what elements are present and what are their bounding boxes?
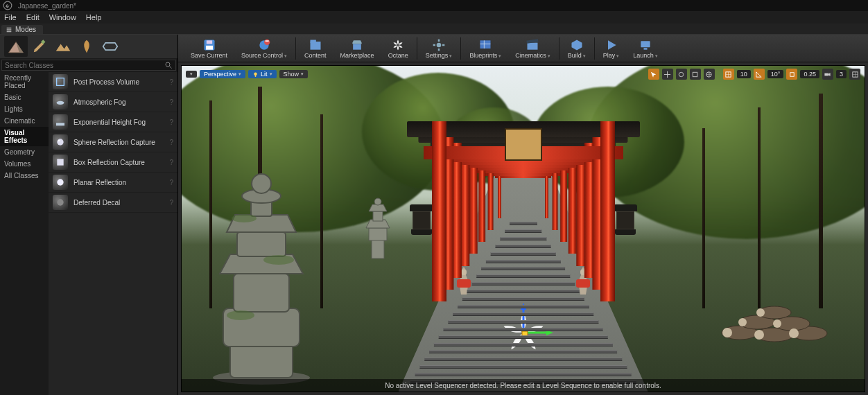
snap-grid-value[interactable]: 10 (737, 70, 751, 78)
toolbar-source-control[interactable]: Source Control▾ (234, 35, 294, 62)
toolbar-content[interactable]: Content (297, 35, 333, 62)
toolbar-cinematics[interactable]: Cinematics▾ (508, 35, 557, 62)
stone-lantern (202, 135, 320, 385)
toolbar-marketplace[interactable]: Marketplace (333, 35, 381, 62)
mode-place-button[interactable] (4, 36, 28, 57)
svg-point-14 (57, 199, 63, 205)
cat-recently-placed[interactable]: Recently Placed (0, 72, 49, 91)
transform-mode-rotate[interactable] (676, 69, 687, 80)
toolbar-build[interactable]: Build▾ (561, 35, 593, 62)
search-classes-input[interactable] (5, 62, 164, 69)
viewport-maximize[interactable] (849, 69, 860, 80)
toolbar-octane[interactable]: Octane (381, 35, 415, 62)
viewport[interactable]: [] (181, 65, 865, 392)
snap-scale-toggle[interactable] (786, 69, 797, 80)
asset-thumb-icon (53, 195, 68, 210)
snap-angle-toggle[interactable] (754, 69, 765, 80)
viewport-lit-menu[interactable]: Lit▾ (248, 70, 277, 78)
menu-window[interactable]: Window (49, 13, 76, 21)
coord-space-toggle[interactable] (704, 69, 715, 80)
svg-point-65 (773, 319, 781, 328)
svg-point-19 (264, 39, 270, 44)
scene-render: [] (182, 66, 865, 392)
toolbar-label: Cinematics▾ (515, 52, 550, 59)
settings-icon (431, 38, 446, 52)
viewport-show-menu[interactable]: Show▾ (279, 70, 309, 78)
viewport-status-message: No active Level Sequencer detected. Plea… (182, 379, 865, 392)
toolbar-label: Settings▾ (426, 52, 453, 59)
asset-help-icon[interactable]: ? (169, 139, 173, 146)
cat-cinematic[interactable]: Cinematic (0, 115, 49, 127)
menu-file[interactable]: File (4, 13, 17, 21)
transform-mode-translate[interactable] (662, 69, 673, 80)
asset-help-icon[interactable]: ? (169, 159, 173, 166)
mode-landscape-button[interactable] (51, 36, 75, 57)
cat-all-classes[interactable]: All Classes (0, 170, 49, 182)
svg-rect-36 (641, 41, 650, 47)
toolbar-launch[interactable]: Launch▾ (626, 35, 665, 62)
snap-scale-value[interactable]: 0.25 (800, 70, 819, 78)
asset-label: Exponential Height Fog (73, 119, 164, 126)
cat-basic[interactable]: Basic (0, 91, 49, 103)
asset-deferred-decal[interactable]: Deferred Decal ? (49, 193, 177, 213)
toolbar-blueprints[interactable]: Blueprints▾ (462, 35, 508, 62)
svg-point-47 (252, 174, 271, 193)
mode-geometry-button[interactable] (98, 36, 122, 57)
transform-mode-select[interactable] (648, 69, 659, 80)
svg-rect-51 (372, 239, 384, 258)
asset-thumb-icon (53, 114, 68, 130)
tab-modes[interactable]: Modes (1, 25, 43, 34)
document-title: Japanese_garden* (18, 2, 76, 10)
play-icon (604, 38, 619, 52)
asset-sphere-reflection-capture[interactable]: Sphere Reflection Capture ? (49, 132, 177, 152)
camera-speed-value[interactable]: 3 (836, 70, 847, 78)
snap-grid-toggle[interactable] (723, 69, 734, 80)
svg-point-72 (254, 72, 257, 76)
cat-visual-effects[interactable]: Visual Effects (0, 127, 49, 146)
asset-planar-reflection[interactable]: Planar Reflection ? (49, 173, 177, 193)
menu-help[interactable]: Help (86, 13, 102, 21)
svg-marker-4 (103, 43, 118, 50)
asset-label: Planar Reflection (73, 179, 164, 186)
tab-modes-label: Modes (15, 26, 36, 33)
camera-speed[interactable] (822, 69, 833, 80)
transform-mode-scale[interactable] (690, 69, 701, 80)
mode-foliage-button[interactable] (75, 36, 98, 57)
cat-geometry[interactable]: Geometry (0, 146, 49, 158)
svg-rect-23 (353, 44, 361, 49)
viewport-options-menu[interactable]: ▾ (186, 71, 197, 78)
svg-point-48 (232, 214, 257, 222)
svg-point-74 (679, 72, 684, 76)
svg-point-0 (3, 1, 12, 10)
bulb-icon (252, 71, 259, 78)
search-icon (164, 61, 173, 69)
cat-lights[interactable]: Lights (0, 103, 49, 115)
asset-box-reflection-capture[interactable]: Box Reflection Capture ? (49, 152, 177, 173)
toolbar-play[interactable]: Play▾ (596, 35, 627, 62)
asset-help-icon[interactable]: ? (169, 78, 173, 86)
asset-atmospheric-fog[interactable]: Atmospheric Fog ? (49, 92, 177, 112)
svg-point-61 (722, 328, 732, 337)
svg-point-66 (756, 308, 765, 317)
svg-rect-20 (266, 40, 269, 42)
toolbar-save-current[interactable]: Save Current (184, 35, 234, 62)
main-toolbar: Save Current Source Control▾ Content Mar… (178, 35, 868, 62)
viewport-perspective-menu[interactable]: Perspective▾ (200, 70, 245, 78)
asset-post-process-volume[interactable]: Post Process Volume ? (49, 72, 177, 92)
cat-volumes[interactable]: Volumes (0, 158, 49, 170)
asset-exponential-height-fog[interactable]: Exponential Height Fog ? (49, 112, 177, 132)
asset-help-icon[interactable]: ? (169, 179, 173, 186)
toolbar-settings[interactable]: Settings▾ (419, 35, 460, 62)
svg-point-54 (374, 198, 381, 205)
toolbar-label: Build▾ (568, 52, 586, 59)
svg-marker-82 (828, 73, 831, 76)
mode-paint-button[interactable] (28, 36, 51, 57)
menu-edit[interactable]: Edit (26, 13, 40, 21)
asset-help-icon[interactable]: ? (169, 199, 173, 207)
asset-help-icon[interactable]: ? (169, 119, 173, 126)
snap-angle-value[interactable]: 10° (767, 70, 784, 78)
menu-bar: File Edit Window Help (0, 11, 868, 24)
asset-label: Deferred Decal (73, 199, 164, 207)
search-classes-field[interactable] (1, 60, 176, 71)
asset-help-icon[interactable]: ? (169, 98, 173, 106)
